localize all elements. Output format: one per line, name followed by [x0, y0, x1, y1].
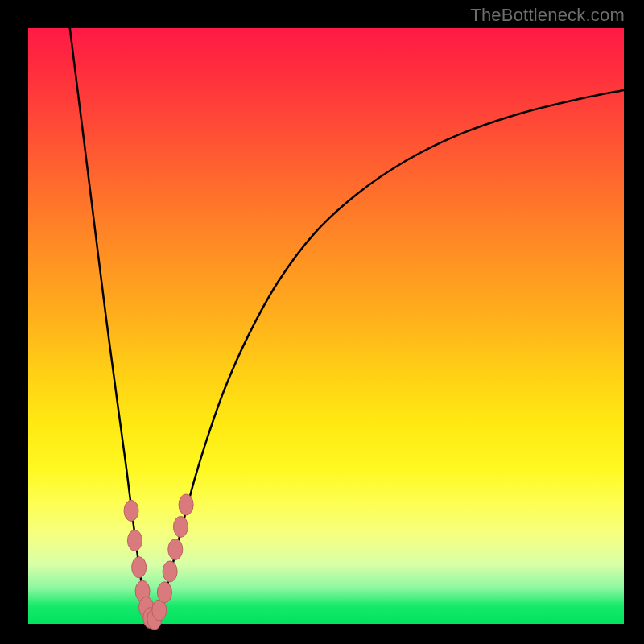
curve-layer [28, 28, 624, 624]
bottleneck-curve-path [70, 28, 624, 623]
bottleneck-curve [70, 28, 624, 623]
chart-frame: TheBottleneck.com [0, 0, 644, 644]
marker-dot [168, 539, 183, 560]
attribution-text: TheBottleneck.com [470, 5, 625, 26]
marker-dot [173, 516, 188, 537]
marker-dot [179, 494, 193, 515]
highlighted-points [124, 494, 193, 630]
marker-dot [163, 561, 177, 582]
marker-dot [124, 500, 138, 521]
plot-area [28, 28, 624, 624]
marker-dot [157, 582, 171, 603]
marker-dot [132, 557, 147, 578]
marker-dot [127, 530, 142, 551]
